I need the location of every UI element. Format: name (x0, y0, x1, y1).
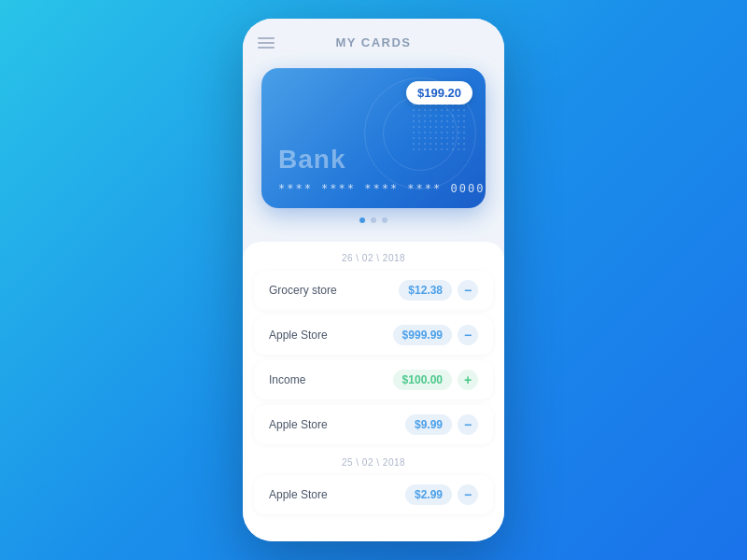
phone-container: MY CARDS $199.20 Bank **** **** **** ***… (243, 19, 504, 541)
dot-3[interactable] (382, 217, 388, 223)
transaction-name-0-1: Apple Store (269, 329, 393, 342)
page-title: MY CARDS (335, 35, 411, 49)
transaction-right-1-0: $2.99− (405, 484, 478, 505)
transaction-item-0-3: Apple Store$9.99− (254, 405, 493, 444)
date-label-1: 25 \ 02 \ 2018 (243, 457, 504, 468)
amount-badge-1-0: $2.99 (405, 484, 452, 505)
menu-line-2 (258, 42, 275, 44)
action-btn-0-3[interactable]: − (458, 414, 478, 435)
amount-badge-0-1: $999.99 (393, 325, 452, 345)
transactions-area: 26 \ 02 \ 2018Grocery store$12.38−Apple … (243, 242, 504, 541)
card-bank-name: Bank (278, 145, 345, 175)
transaction-item-0-2: Income$100.00+ (254, 360, 493, 399)
transaction-right-0-2: $100.00+ (393, 370, 478, 390)
transaction-item-0-0: Grocery store$12.38− (254, 271, 493, 310)
card-dots-pattern (411, 96, 467, 152)
transaction-name-0-2: Income (269, 373, 393, 386)
action-btn-0-0[interactable]: − (458, 280, 478, 301)
amount-badge-0-3: $9.99 (405, 414, 452, 435)
transaction-name-1-0: Apple Store (269, 488, 405, 501)
card-area: $199.20 Bank **** **** **** **** 0000 (243, 61, 504, 238)
action-btn-0-1[interactable]: − (458, 325, 478, 345)
menu-button[interactable] (258, 37, 275, 49)
credit-card[interactable]: $199.20 Bank **** **** **** **** 0000 (261, 68, 486, 208)
transaction-name-0-0: Grocery store (269, 284, 399, 297)
dot-2[interactable] (371, 217, 376, 223)
header: MY CARDS (243, 19, 504, 61)
card-number: **** **** **** **** 0000 (278, 182, 485, 195)
amount-badge-0-2: $100.00 (393, 370, 452, 390)
transaction-right-0-1: $999.99− (393, 325, 478, 345)
section-divider (243, 450, 504, 457)
card-balance: $199.20 (406, 81, 472, 105)
menu-line-1 (258, 37, 275, 39)
transaction-right-0-0: $12.38− (399, 280, 478, 301)
transaction-right-0-3: $9.99− (405, 414, 478, 435)
transaction-name-0-3: Apple Store (269, 418, 405, 431)
date-label-0: 26 \ 02 \ 2018 (243, 253, 504, 263)
amount-badge-0-0: $12.38 (399, 280, 452, 301)
transaction-item-0-1: Apple Store$999.99− (254, 315, 493, 355)
action-btn-1-0[interactable]: − (458, 484, 478, 505)
menu-line-3 (258, 47, 275, 49)
card-dots-indicator (261, 217, 486, 223)
action-btn-0-2[interactable]: + (458, 370, 478, 390)
transaction-item-1-0: Apple Store$2.99− (254, 475, 493, 514)
dot-1[interactable] (359, 217, 365, 223)
